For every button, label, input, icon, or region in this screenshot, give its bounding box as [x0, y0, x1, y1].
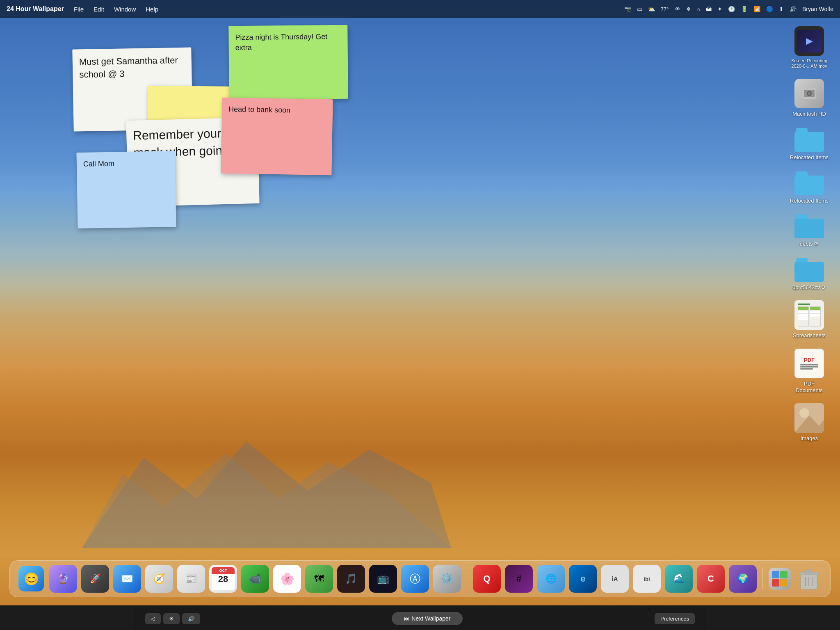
dock-clario[interactable]: C [697, 565, 725, 593]
macintosh-hd-label: Macintosh HD [792, 111, 826, 117]
touchbar-left-group: ◁ ☀ 🔊 [145, 613, 200, 624]
desktop-icons-area: ▶ Screen Recording2020-0-...AM.mov Macin… [787, 23, 832, 445]
temp-display: 77° [661, 6, 669, 12]
menubar-right: 📷 ▭ ⛅ 77° 👁 ❄ ⌂ 🏔 ✦ 🕑 🔋 📶 🔵 ⬆ 🔊 Bryan Wo… [624, 0, 833, 18]
spreadsheets-label: Spreadsheets [793, 332, 826, 339]
dock-tv[interactable]: 📺 [369, 565, 397, 593]
volume-icon: 🔊 [790, 6, 797, 12]
dock-maps[interactable]: 🗺 [305, 565, 333, 593]
clock-icon: 🕑 [728, 6, 735, 12]
dock-photos[interactable]: 🌸 [273, 565, 301, 593]
touchbar-preferences-label: Preferences [660, 616, 689, 622]
svg-text:😊: 😊 [24, 572, 39, 587]
menubar: 24 Hour Wallpaper File Edit Window Help … [0, 0, 840, 18]
back-icon: ◁ [151, 616, 155, 622]
dock-news[interactable]: 📰 [177, 565, 205, 593]
dock: 😊 🔮 🚀 ✉️ 🧭 📰 OCT 28 📹 🌸 🗺 � [9, 560, 831, 597]
screen-recording-label: Screen Recording2020-0-...AM.mov [791, 58, 827, 69]
menubar-edit[interactable]: Edit [94, 6, 104, 13]
dropbox-icon: ❄ [686, 6, 691, 12]
dock-edge[interactable]: e [569, 565, 597, 593]
0p-file-label: 0p;/t5643cv ⟳ [792, 284, 826, 291]
touchbar-volume-button[interactable]: 🔊 [182, 613, 200, 624]
camera-status-icon: 📷 [624, 6, 631, 12]
wifi-icon: 📶 [753, 6, 760, 12]
dock-unknown-app[interactable]: 🌍 [729, 565, 757, 593]
touchbar-next-wallpaper-button[interactable]: ⏭ Next Wallpaper [392, 612, 463, 625]
display-icon: ▭ [637, 6, 642, 12]
debts-folder-icon [794, 214, 824, 238]
svg-point-7 [799, 408, 809, 418]
dock-system-preferences[interactable]: ⚙️ [433, 565, 461, 593]
touchbar-preferences-button[interactable]: Preferences [655, 613, 695, 624]
touchbar-brightness-button[interactable]: ☀ [163, 613, 180, 624]
dock-finder[interactable]: 😊 [17, 565, 45, 593]
dock-separator-1 [467, 568, 467, 589]
volume-tb-icon: 🔊 [188, 616, 194, 622]
dock-mail[interactable]: ✉️ [113, 565, 141, 593]
menubar-file[interactable]: File [74, 6, 84, 13]
sticky-note-callmom[interactable]: Call Mom [76, 151, 176, 228]
sticky-note-bank[interactable]: Head to bank soon [221, 98, 333, 176]
relocated-items-1-label: Relocated Items [790, 154, 829, 161]
screen-recording-thumbnail: ▶ [794, 26, 824, 56]
dock-safari[interactable]: 🧭 [145, 565, 173, 593]
dock-facetime[interactable]: 📹 [241, 565, 269, 593]
dock-launchpad[interactable]: 🚀 [81, 565, 109, 593]
upload-icon: ⬆ [779, 6, 784, 12]
dock-mini-cluster[interactable] [769, 568, 791, 590]
menubar-window[interactable]: Window [114, 6, 136, 13]
desktop-icon-relocated-1[interactable]: Relocated Items [787, 124, 832, 164]
dock-music[interactable]: 🎵 [337, 565, 365, 593]
svg-point-5 [808, 92, 810, 95]
dock-ia-writer[interactable]: iA [601, 565, 629, 593]
desktop-icon-debts[interactable]: debts ⟳ [787, 210, 832, 251]
dock-siri[interactable]: 🔮 [49, 565, 77, 593]
desktop-icon-screen-recording[interactable]: ▶ Screen Recording2020-0-...AM.mov [787, 23, 832, 72]
svg-rect-13 [806, 570, 812, 573]
lock-icon: 🏔 [706, 6, 712, 12]
spreadsheet-icon-img [794, 300, 824, 330]
home-icon: ⌂ [697, 6, 700, 12]
dock-appstore[interactable]: Ⓐ [401, 565, 429, 593]
relocated-items-2-label: Relocated Items [790, 198, 829, 204]
mountain-svg [82, 425, 451, 548]
dock-browser[interactable]: 🌐 [537, 565, 565, 593]
dock-mercury[interactable]: 🌊 [665, 565, 693, 593]
brightness-icon: ✦ [717, 6, 722, 12]
relocated-folder-icon-2 [794, 171, 824, 195]
relocated-folder-icon-1 [794, 127, 824, 152]
menubar-help[interactable]: Help [146, 6, 158, 13]
sticky-note-text: Pizza night is Thursday! Get extra [235, 32, 327, 52]
touchbar-back-button[interactable]: ◁ [145, 613, 161, 624]
desktop-icon-spreadsheets[interactable]: Spreadsheets [787, 297, 832, 342]
0p-folder-icon [794, 257, 824, 282]
brightness-tb-icon: ☀ [169, 616, 174, 622]
screen-icon: 👁 [675, 6, 680, 12]
desktop-icon-pdf-documents[interactable]: PDF PDF Documents [787, 345, 832, 397]
dock-ibi[interactable]: ibi [633, 565, 661, 593]
images-icon-img [794, 403, 824, 433]
bluetooth-icon: 🔵 [766, 6, 773, 12]
dock-quill[interactable]: Q [473, 565, 501, 593]
dock-slack[interactable]: # [505, 565, 533, 593]
touchbar-right-group: Preferences [655, 613, 695, 624]
dock-separator-2 [762, 568, 763, 589]
dock-calendar[interactable]: OCT 28 [209, 565, 237, 593]
sticky-note-text: Must get Samantha after school @ 3 [79, 55, 178, 80]
sticky-note-text: Head to bank soon [228, 105, 290, 114]
touchbar-content: ◁ ☀ 🔊 ⏭ Next Wallpaper Preferences [133, 612, 707, 625]
pdf-documents-label: PDF Documents [790, 381, 829, 393]
menubar-left: 24 Hour Wallpaper File Edit Window Help [7, 5, 158, 13]
desktop-icon-0p-file[interactable]: 0p;/t5643cv ⟳ [787, 254, 832, 294]
desktop-icon-macintosh-hd[interactable]: Macintosh HD [787, 75, 832, 121]
desktop-icon-images[interactable]: Images [787, 400, 832, 445]
dock-trash[interactable] [795, 565, 823, 593]
weather-icon: ⛅ [648, 6, 655, 12]
sticky-note-pizza[interactable]: Pizza night is Thursday! Get extra [228, 25, 348, 100]
touchbar: ◁ ☀ 🔊 ⏭ Next Wallpaper Preferences [133, 607, 707, 630]
desktop-icon-relocated-2[interactable]: Relocated Items [787, 167, 832, 208]
sticky-note-text: Call Mom [83, 159, 114, 168]
hd-icon-img [794, 79, 824, 108]
menubar-app-name[interactable]: 24 Hour Wallpaper [7, 5, 64, 13]
